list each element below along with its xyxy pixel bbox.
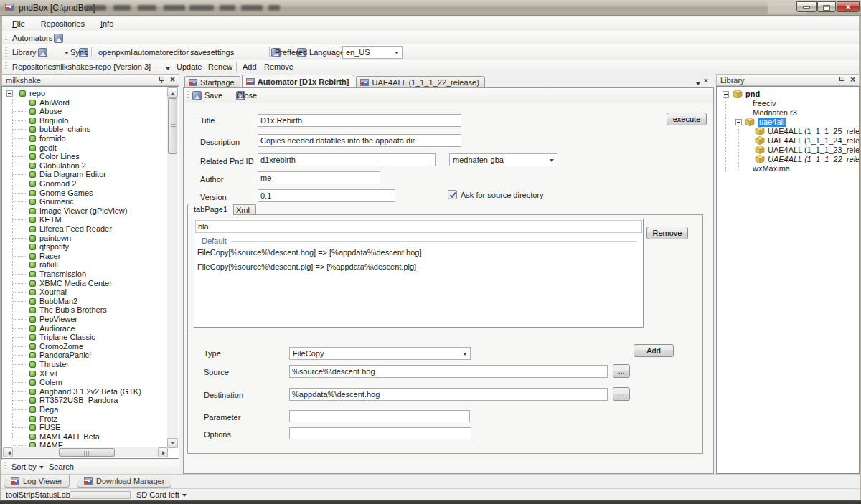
tree-item-xevil[interactable]: XEvil	[2, 369, 167, 379]
description-input[interactable]	[258, 134, 461, 147]
tablist-dropdown-icon[interactable]	[696, 82, 700, 87]
toolbar-grip[interactable]	[5, 62, 7, 71]
sort-by-button[interactable]: Sort by	[11, 460, 44, 474]
add-action-button[interactable]: Add	[634, 344, 674, 357]
scroll-right-button[interactable]	[158, 447, 168, 457]
version-input[interactable]	[258, 189, 395, 202]
ask-source-checkbox[interactable]	[448, 190, 457, 199]
vertical-scrollbar[interactable]	[167, 87, 178, 448]
sync-button[interactable]: Sync	[70, 44, 88, 60]
openpxml-button[interactable]: openpxml	[98, 44, 133, 60]
tree-item-gedit[interactable]: gedit	[2, 143, 167, 153]
parameter-input[interactable]	[289, 410, 470, 422]
tree-item-cromozome[interactable]: CromoZome	[2, 342, 167, 351]
scroll-down-button[interactable]	[167, 438, 178, 448]
action-list-item[interactable]: FileCopy[%source%\descent.pig] => [%appd…	[197, 262, 639, 271]
options-input[interactable]	[289, 427, 471, 439]
add-button[interactable]: Add	[243, 60, 257, 74]
destination-browse-button[interactable]: ...	[613, 387, 630, 401]
automators-icon[interactable]	[54, 34, 63, 43]
tree-item-xbmc-media-center[interactable]: XBMC Media Center	[2, 279, 167, 288]
library-item-wxmaxima[interactable]: wxMaxima	[717, 164, 859, 173]
close-button[interactable]: ×	[837, 1, 860, 12]
tree-item-triplane-classic[interactable]: Triplane Classic	[2, 333, 167, 342]
execute-button[interactable]: execute	[667, 113, 707, 125]
language-select[interactable]: en_US	[342, 46, 403, 59]
tree-item-abuse[interactable]: Abuse	[2, 107, 167, 116]
close-doc-button[interactable]: Close	[237, 88, 257, 103]
savesettings-button[interactable]: savesettings	[190, 44, 234, 60]
tree-item-bubble-chains[interactable]: bubble_chains	[2, 125, 167, 134]
tree-item-thruster[interactable]: Thruster	[2, 360, 167, 369]
tab-automator-d1x-rebirth[interactable]: Automator [D1x Rebirth]	[242, 75, 355, 87]
horizontal-scrollbar[interactable]	[3, 447, 168, 457]
action-filter-input[interactable]	[195, 220, 642, 233]
tree-item-gnumeric[interactable]: Gnumeric	[2, 197, 167, 206]
toolbar-grip[interactable]	[5, 47, 7, 57]
tree-item-repo[interactable]: repo	[2, 89, 167, 98]
scroll-left-button[interactable]	[3, 447, 13, 457]
tree-item-briquolo[interactable]: Briquolo	[2, 116, 167, 125]
library-item-uae4all[interactable]: uae4all	[717, 118, 859, 127]
panel-close-icon[interactable]: ×	[850, 76, 855, 84]
toolbar-grip[interactable]	[4, 462, 6, 471]
library-button[interactable]: Library	[12, 44, 37, 60]
tree-item-colem[interactable]: Colem	[2, 378, 167, 387]
save-button[interactable]: Save	[204, 88, 222, 103]
collapse-expander[interactable]	[735, 119, 742, 125]
toolbar-grip[interactable]	[5, 34, 7, 42]
panel-close-icon[interactable]: ×	[170, 76, 175, 84]
tree-item-image-viewer-gpicview[interactable]: Image Viewer (gPicView)	[2, 206, 167, 216]
tree-item-racer[interactable]: Racer	[2, 252, 167, 261]
repo-select[interactable]: milkshakes-repo [Version 3]	[54, 60, 151, 74]
tree-item-liferea-feed-reader[interactable]: Liferea Feed Reader	[2, 224, 167, 234]
renew-button[interactable]: Renew	[208, 60, 232, 74]
pin-icon[interactable]	[838, 76, 846, 84]
menu-item-file[interactable]: File	[6, 17, 31, 30]
bottom-tab-download-manager[interactable]: Download Manager	[77, 475, 171, 488]
tree-item-pepviewer[interactable]: PepViewer	[2, 315, 167, 324]
scrollbar-thumb[interactable]	[59, 448, 115, 457]
tree-item-dega[interactable]: Dega	[2, 405, 167, 414]
library-dropdown-icon[interactable]	[65, 52, 69, 57]
tree-item-abiword[interactable]: AbiWord	[2, 98, 167, 108]
chevron-down-icon[interactable]	[166, 67, 170, 72]
author-input[interactable]	[258, 171, 380, 184]
tab-startpage[interactable]: Startpage	[184, 76, 240, 87]
tree-item-formido[interactable]: formido	[2, 134, 167, 143]
tree-item-the-bub-s-brothers[interactable]: The Bub's Brothers	[2, 305, 167, 315]
library-item-pnd[interactable]: pnd	[717, 90, 859, 99]
tree-item-audiorace[interactable]: Audiorace	[2, 324, 167, 333]
tree-item-angband-3-1-2v2-beta-gtk[interactable]: Angband 3.1.2v2 Beta (GTK)	[2, 387, 167, 396]
tree-item-paintown[interactable]: paintown	[2, 234, 167, 243]
title-input[interactable]	[258, 114, 461, 127]
library-item-uae4all-1-1-1-22-release[interactable]: UAE4ALL (1_1_1_22_release)	[717, 155, 859, 164]
tree-item-bubbman2[interactable]: BubbMan2	[2, 297, 167, 306]
library-item-mednafen-r3[interactable]: Mednafen r3	[717, 108, 859, 118]
titlebar[interactable]: pndBox [C:\pndBox] ×	[0, 0, 861, 16]
source-input[interactable]	[289, 365, 608, 378]
tree-item-ketm[interactable]: KETM	[2, 215, 167, 224]
tree-item-color-lines[interactable]: Color Lines	[2, 152, 167, 161]
tree-item-rafkill[interactable]: rafkill	[2, 260, 167, 270]
library-item-uae4all-1-1-1-24-release[interactable]: UAE4ALL (1_1_1_24_release)	[717, 136, 859, 146]
tab-uae4all-1-1-1-22-release[interactable]: UAE4ALL (1_1_1_22_release)	[356, 76, 484, 87]
update-button[interactable]: Update	[177, 60, 202, 74]
menu-item-repositories[interactable]: Repositories	[35, 17, 90, 30]
tree-item-mame4all-beta[interactable]: MAME4ALL Beta	[2, 432, 167, 442]
tree-item-rt3572usb-pandora[interactable]: RT3572USB_Pandora	[2, 396, 167, 405]
inner-tab-tabpage1[interactable]: tabPage1	[187, 204, 234, 215]
tree-item-transmission[interactable]: Transmission	[2, 270, 167, 279]
tree-item-fuse[interactable]: FUSE	[2, 423, 167, 432]
tree-item-frotz[interactable]: Frotz	[2, 414, 167, 424]
tree-item-globulation-2[interactable]: Globulation 2	[2, 161, 167, 171]
scroll-up-button[interactable]	[167, 87, 178, 98]
related-pnd-id-input[interactable]	[258, 153, 436, 166]
library-item-uae4all-1-1-1-23-release[interactable]: UAE4ALL (1_1_1_23_release)	[717, 146, 859, 155]
collapse-expander[interactable]	[6, 90, 13, 97]
pnd-select[interactable]: mednafen-gba	[449, 153, 557, 166]
type-select[interactable]: FileCopy	[289, 347, 471, 360]
tree-item-mame[interactable]: MAME	[2, 441, 167, 447]
minimize-button[interactable]	[796, 1, 817, 12]
library-icon[interactable]	[38, 48, 47, 57]
